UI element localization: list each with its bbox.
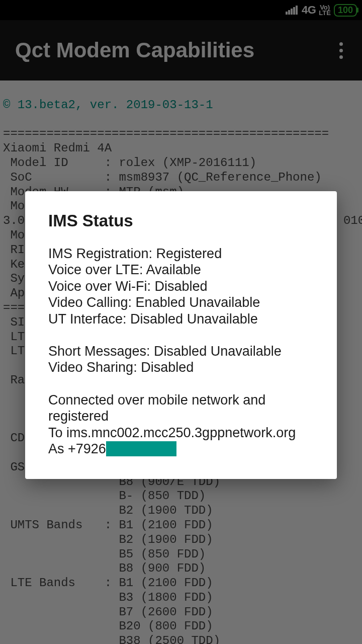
redacted-number xyxy=(106,441,176,456)
ims-sms: Short Messages: Disabled Unavailable xyxy=(48,343,314,359)
ims-video-calling: Video Calling: Enabled Unavailable xyxy=(48,294,314,310)
modal-overlay[interactable]: IMS Status IMS Registration: Registered … xyxy=(0,0,362,644)
ims-identity: As +7926 xyxy=(48,441,314,457)
dialog-title: IMS Status xyxy=(48,211,314,230)
dialog-body: IMS Registration: Registered Voice over … xyxy=(48,246,314,457)
ims-vowifi: Voice over Wi-Fi: Disabled xyxy=(48,278,314,294)
ims-volte: Voice over LTE: Available xyxy=(48,262,314,278)
ims-video-sharing: Video Sharing: Disabled xyxy=(48,359,314,375)
ims-registration: IMS Registration: Registered xyxy=(48,246,314,262)
ims-ut: UT Interface: Disabled Unavailable xyxy=(48,311,314,327)
ims-connection: Connected over mobile network and regist… xyxy=(48,392,314,425)
ims-domain: To ims.mnc002.mcc250.3gppnetwork.org xyxy=(48,425,314,441)
ims-status-dialog: IMS Status IMS Registration: Registered … xyxy=(25,191,337,479)
